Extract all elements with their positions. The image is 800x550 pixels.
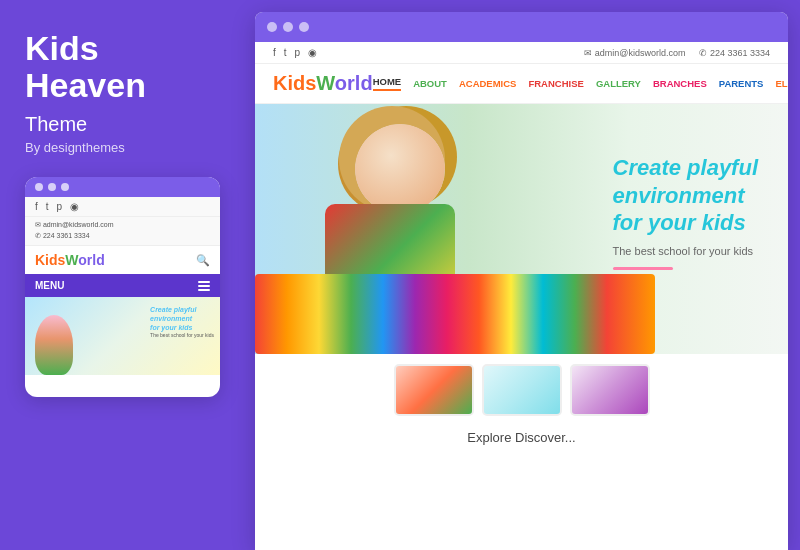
hamburger-line-1 <box>198 281 210 283</box>
hero-cta-line <box>613 267 673 270</box>
browser-content: f t p ◉ ✉ admin@kidsworld.com ✆ 224 3361… <box>255 42 788 550</box>
hero-tagline: Create playfulenvironmentfor your kids <box>613 154 759 237</box>
section-title: Explore Discover... <box>255 422 788 449</box>
hero-subtext: The best school for your kids <box>613 245 759 257</box>
hero-text-block: Create playfulenvironmentfor your kids T… <box>613 154 759 270</box>
hamburger-line-2 <box>198 285 210 287</box>
nav-franchise[interactable]: FRANCHISE <box>528 78 583 89</box>
hero-child-head <box>355 124 445 214</box>
mobile-logo: KidsWorld <box>35 252 105 268</box>
site-logo: KidsWorld <box>273 72 373 95</box>
mobile-menu-label[interactable]: MENU <box>35 280 64 291</box>
hamburger-icon[interactable] <box>198 281 210 291</box>
theme-title: KidsHeaven <box>25 30 230 105</box>
mobile-logo-w: W <box>65 252 78 268</box>
ig-icon[interactable]: ◉ <box>308 47 317 58</box>
site-nav: KidsWorld HOME ABOUT ACADEMICS FRANCHISE… <box>255 64 788 104</box>
theme-author: By designthemes <box>25 140 230 155</box>
mobile-hero-text: Create playfulenvironmentfor your kids T… <box>150 305 214 338</box>
mobile-hero: Create playfulenvironmentfor your kids T… <box>25 297 220 375</box>
mobile-hero-child-figure <box>35 315 73 375</box>
mobile-logo-bar: KidsWorld 🔍 <box>25 246 220 274</box>
thumbnail-1[interactable] <box>394 364 474 416</box>
nav-elements[interactable]: ELEMENTS <box>775 78 788 89</box>
logo-w: W <box>316 72 335 94</box>
logo-kids: Kids <box>273 72 316 94</box>
site-nav-links: HOME ABOUT ACADEMICS FRANCHISE GALLERY B… <box>373 76 788 91</box>
site-topbar-contact: ✉ admin@kidsworld.com ✆ 224 3361 3334 <box>584 48 770 58</box>
browser-dot-2 <box>283 22 293 32</box>
theme-subtitle: Theme <box>25 113 230 136</box>
logo-world: orld <box>335 72 373 94</box>
mobile-dot-1 <box>35 183 43 191</box>
site-email: ✉ admin@kidsworld.com <box>584 48 685 58</box>
mobile-phone: ✆ 224 3361 3334 <box>35 230 210 241</box>
nav-academics[interactable]: ACADEMICS <box>459 78 517 89</box>
facebook-icon[interactable]: f <box>35 201 38 212</box>
pinterest-icon[interactable]: p <box>57 201 63 212</box>
thumbnail-3[interactable] <box>570 364 650 416</box>
mobile-logo-kids: Kids <box>35 252 65 268</box>
mobile-email: ✉ admin@kidsworld.com <box>35 219 210 230</box>
nav-about[interactable]: ABOUT <box>413 78 447 89</box>
mobile-dot-3 <box>61 183 69 191</box>
site-topbar-social: f t p ◉ <box>273 47 317 58</box>
mobile-search-icon[interactable]: 🔍 <box>196 254 210 267</box>
hamburger-line-3 <box>198 289 210 291</box>
thumbnail-strip <box>255 354 788 422</box>
mobile-chrome-bar <box>25 177 220 197</box>
nav-gallery[interactable]: GALLERY <box>596 78 641 89</box>
site-topbar: f t p ◉ ✉ admin@kidsworld.com ✆ 224 3361… <box>255 42 788 64</box>
browser-chrome <box>255 12 788 42</box>
site-phone: ✆ 224 3361 3334 <box>699 48 770 58</box>
twitter-icon[interactable]: t <box>46 201 49 212</box>
nav-branches[interactable]: BRANCHES <box>653 78 707 89</box>
mobile-menu-bar: MENU <box>25 274 220 297</box>
hero-lego-pile <box>255 274 655 354</box>
mobile-dot-2 <box>48 183 56 191</box>
site-hero: Create playfulenvironmentfor your kids T… <box>255 104 788 354</box>
tw-icon[interactable]: t <box>284 47 287 58</box>
mobile-contact-bar: ✉ admin@kidsworld.com ✆ 224 3361 3334 <box>25 217 220 246</box>
browser-panel: f t p ◉ ✉ admin@kidsworld.com ✆ 224 3361… <box>255 12 788 550</box>
left-panel: KidsHeaven Theme By designthemes f t p ◉… <box>0 0 255 550</box>
thumbnail-2[interactable] <box>482 364 562 416</box>
pt-icon[interactable]: p <box>295 47 301 58</box>
mobile-hero-subtext: The best school for your kids <box>150 332 214 338</box>
nav-parents[interactable]: PARENTS <box>719 78 764 89</box>
nav-home[interactable]: HOME <box>373 76 402 91</box>
fb-icon[interactable]: f <box>273 47 276 58</box>
browser-dot-3 <box>299 22 309 32</box>
browser-dot-1 <box>267 22 277 32</box>
mobile-hero-bg: Create playfulenvironmentfor your kids T… <box>25 297 220 375</box>
mobile-hero-tagline: Create playfulenvironmentfor your kids <box>150 305 214 332</box>
mobile-logo-world: orld <box>78 252 104 268</box>
hero-child-figure <box>255 104 625 354</box>
mobile-preview-card: f t p ◉ ✉ admin@kidsworld.com ✆ 224 3361… <box>25 177 220 397</box>
instagram-icon[interactable]: ◉ <box>70 201 79 212</box>
mobile-social-bar: f t p ◉ <box>25 197 220 217</box>
